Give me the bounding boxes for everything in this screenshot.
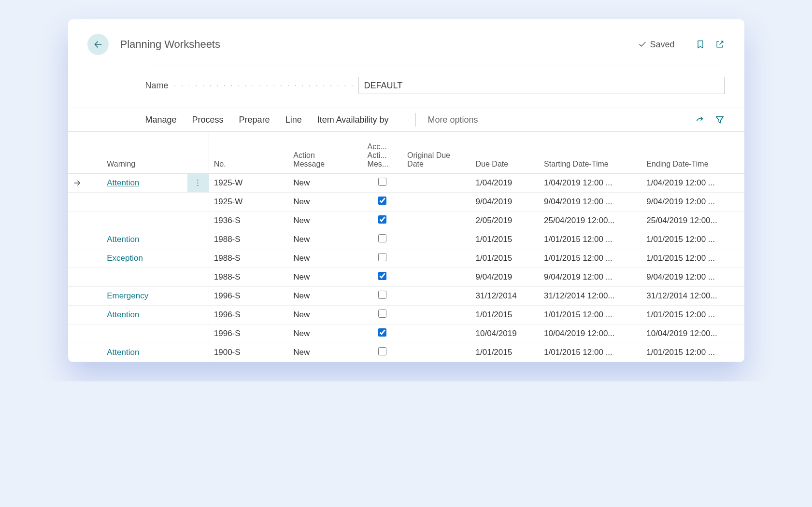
saved-label: Saved <box>650 40 674 50</box>
row-menu-cell[interactable] <box>187 230 209 249</box>
cell-starting-date-time: 25/04/2019 12:00... <box>539 211 641 230</box>
row-menu-cell[interactable] <box>187 324 209 343</box>
popout-button[interactable] <box>714 39 725 50</box>
share-icon <box>695 114 706 125</box>
cell-ending-date-time: 9/04/2019 12:00 ... <box>641 193 744 211</box>
cell-warning[interactable]: Attention <box>102 306 187 324</box>
cell-no: 1925-W <box>209 174 288 193</box>
cell-original-due <box>402 268 470 287</box>
name-row: Name · · · · · · · · · · · · · · · · · ·… <box>68 65 744 108</box>
col-warning[interactable]: Warning <box>102 132 187 174</box>
col-starting-date-time[interactable]: Starting Date-Time <box>539 132 641 174</box>
col-original-due[interactable]: Original Due Date <box>402 132 470 174</box>
warning-link[interactable]: Attention <box>107 235 139 244</box>
row-menu-cell[interactable] <box>187 193 209 211</box>
header: Planning Worksheets Saved <box>68 34 744 65</box>
cell-warning[interactable]: Attention <box>102 230 187 249</box>
cell-warning[interactable]: Attention <box>102 343 187 362</box>
warning-link[interactable]: Attention <box>107 348 139 357</box>
cell-due-date: 9/04/2019 <box>471 268 539 287</box>
warning-link[interactable]: Exception <box>107 254 143 263</box>
cell-due-date: 9/04/2019 <box>471 193 539 211</box>
cell-due-date: 1/04/2019 <box>471 174 539 193</box>
warning-link[interactable]: Emergency <box>107 291 148 300</box>
planning-worksheets-window: Planning Worksheets Saved Name · · · · ·… <box>68 19 744 362</box>
row-menu-cell[interactable]: ⋮ <box>187 174 209 193</box>
warning-link[interactable]: Attention <box>107 310 139 319</box>
accept-checkbox[interactable] <box>378 215 386 224</box>
col-no[interactable]: No. <box>209 132 288 174</box>
menu-line[interactable]: Line <box>285 115 302 125</box>
separator <box>415 113 416 127</box>
menu-more-options[interactable]: More options <box>427 115 478 125</box>
table-row[interactable]: 1996-SNew10/04/201910/04/2019 12:00...10… <box>68 324 744 343</box>
filter-button[interactable] <box>714 114 725 125</box>
row-menu-cell[interactable] <box>187 211 209 230</box>
warning-link[interactable]: Attention <box>107 178 139 187</box>
bookmark-button[interactable] <box>695 39 706 50</box>
cell-due-date: 2/05/2019 <box>471 211 539 230</box>
accept-checkbox[interactable] <box>378 328 386 337</box>
accept-checkbox[interactable] <box>378 253 386 261</box>
cell-accept <box>363 268 403 287</box>
accept-checkbox[interactable] <box>378 197 386 205</box>
cell-original-due <box>402 211 470 230</box>
accept-checkbox[interactable] <box>378 347 386 355</box>
cell-starting-date-time: 1/01/2015 12:00 ... <box>539 249 641 268</box>
name-input[interactable] <box>358 77 725 94</box>
menu-manage[interactable]: Manage <box>145 115 177 125</box>
back-button[interactable] <box>87 34 109 55</box>
table-row[interactable]: Emergency1996-SNew31/12/201431/12/2014 1… <box>68 287 744 306</box>
col-ending-date-time[interactable]: Ending Date-Time <box>641 132 744 174</box>
cell-ending-date-time: 1/01/2015 12:00 ... <box>641 249 744 268</box>
accept-checkbox[interactable] <box>378 310 386 318</box>
row-indicator <box>68 230 102 249</box>
accept-checkbox[interactable] <box>378 234 386 242</box>
cell-starting-date-time: 31/12/2014 12:00... <box>539 287 641 306</box>
table-row[interactable]: Attention1996-SNew1/01/20151/01/2015 12:… <box>68 306 744 324</box>
row-menu-cell[interactable] <box>187 287 209 306</box>
menu-process[interactable]: Process <box>192 115 224 125</box>
row-menu-cell[interactable] <box>187 249 209 268</box>
accept-checkbox[interactable] <box>378 178 386 186</box>
cell-warning[interactable]: Attention <box>102 174 187 193</box>
cell-warning[interactable]: Exception <box>102 249 187 268</box>
row-menu-cell[interactable] <box>187 306 209 324</box>
cell-accept <box>363 306 403 324</box>
col-due-date[interactable]: Due Date <box>471 132 539 174</box>
cell-accept <box>363 211 403 230</box>
row-menu-cell[interactable] <box>187 268 209 287</box>
row-menu-cell[interactable] <box>187 343 209 362</box>
row-indicator <box>68 211 102 230</box>
cell-action-message: New <box>288 268 362 287</box>
cell-no: 1996-S <box>209 287 288 306</box>
menu-prepare[interactable]: Prepare <box>239 115 270 125</box>
cell-accept <box>363 287 403 306</box>
table-row[interactable]: 1936-SNew2/05/201925/04/2019 12:00...25/… <box>68 211 744 230</box>
row-indicator <box>68 249 102 268</box>
table-row[interactable]: Exception1988-SNew1/01/20151/01/2015 12:… <box>68 249 744 268</box>
col-action-message[interactable]: Action Message <box>288 132 362 174</box>
table-row[interactable]: Attention1900-SNew1/01/20151/01/2015 12:… <box>68 343 744 362</box>
table-row[interactable]: Attention⋮1925-WNew1/04/20191/04/2019 12… <box>68 174 744 193</box>
cell-original-due <box>402 306 470 324</box>
row-indicator <box>68 174 102 193</box>
table-row[interactable]: Attention1988-SNew1/01/20151/01/2015 12:… <box>68 230 744 249</box>
cell-action-message: New <box>288 306 362 324</box>
kebab-icon[interactable]: ⋮ <box>194 182 202 184</box>
accept-checkbox[interactable] <box>378 291 386 299</box>
accept-checkbox[interactable] <box>378 272 386 280</box>
cell-action-message: New <box>288 211 362 230</box>
cell-ending-date-time: 10/04/2019 12:00... <box>641 324 744 343</box>
cell-warning[interactable]: Emergency <box>102 287 187 306</box>
row-indicator <box>68 268 102 287</box>
col-accept[interactable]: Acc... Acti... Mes... <box>363 132 403 174</box>
saved-indicator: Saved <box>638 40 674 50</box>
cell-no: 1925-W <box>209 193 288 211</box>
share-button[interactable] <box>695 114 706 125</box>
table-row[interactable]: 1988-SNew9/04/20199/04/2019 12:00 ...9/0… <box>68 268 744 287</box>
cell-no: 1996-S <box>209 306 288 324</box>
table-row[interactable]: 1925-WNew9/04/20199/04/2019 12:00 ...9/0… <box>68 193 744 211</box>
cell-no: 1988-S <box>209 249 288 268</box>
menu-item-availability[interactable]: Item Availability by <box>317 115 389 125</box>
